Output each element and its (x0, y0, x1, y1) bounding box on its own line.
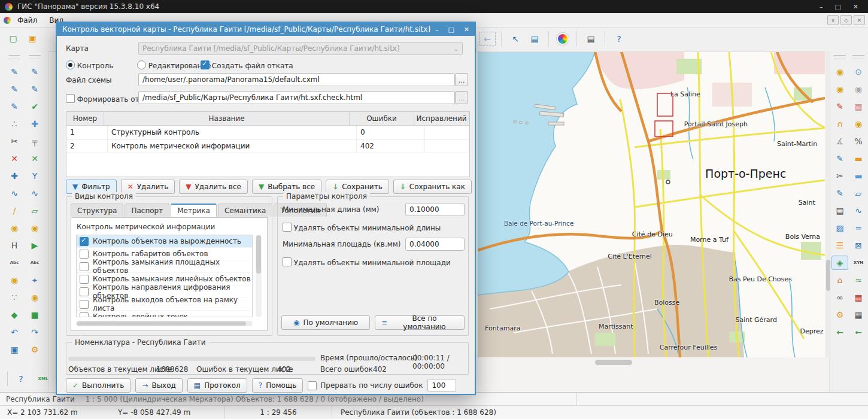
measure-perimeter-icon[interactable]: ▱ (850, 186, 867, 201)
control-kind-item[interactable]: Контроль замыкания площадных объектов (77, 260, 252, 273)
map-vertical-scrollbar[interactable] (825, 51, 831, 357)
open-map-icon[interactable]: ▣ (24, 31, 41, 45)
checkbox-unchecked-icon[interactable] (80, 262, 89, 271)
overlay-squares-icon[interactable]: ▦ (850, 99, 867, 114)
table-row[interactable]: 1Структурный контроль0 (66, 126, 469, 139)
list-vertical-scrollbar[interactable] (256, 235, 262, 317)
layers-colored-icon[interactable]: ☰ (831, 238, 848, 253)
abort-by-errors-checkbox[interactable]: Прервать по числу ошибок (308, 381, 423, 390)
print-map-icon[interactable]: ▤ (582, 32, 599, 46)
binoculars-icon[interactable]: ∞ (831, 290, 848, 305)
checkbox-unchecked-icon[interactable] (308, 381, 317, 390)
map-horizontal-scrollbar[interactable] (478, 359, 825, 366)
min-length-input[interactable] (405, 203, 465, 216)
toolbar-grip[interactable] (8, 55, 20, 59)
pencil-line-icon[interactable]: ✎ (26, 65, 43, 79)
green-tools-icon[interactable]: ◆ (6, 308, 23, 322)
confirm-edit-icon[interactable]: ✔ (26, 99, 43, 114)
default-button[interactable]: ◉ По умолчанию (281, 315, 370, 330)
cut-object-icon[interactable]: ✂ (6, 134, 23, 148)
tab-структура[interactable]: Структура (71, 204, 123, 217)
checkbox-unchecked-icon[interactable] (283, 257, 292, 266)
mode-control-radio[interactable]: Контроль (66, 60, 113, 70)
map-layers-icon[interactable]: ◈ (831, 256, 848, 270)
min-area-input[interactable] (405, 238, 465, 251)
help-doc-icon[interactable]: ? (13, 372, 29, 386)
mdi-restore-button[interactable]: ◇ (840, 15, 852, 25)
delete-min-length-checkbox[interactable]: Удалять объекты минимальной длины (283, 223, 441, 232)
draw-pencil-icon[interactable]: ✎ (6, 65, 23, 79)
checkbox-unchecked-icon[interactable] (80, 275, 89, 284)
doc-home-icon[interactable]: ⌂ (831, 273, 848, 287)
calculator-icon[interactable]: ▦ (850, 308, 867, 322)
edit-point-icon[interactable]: ∿ (26, 186, 43, 201)
percent-doc-icon[interactable]: % (850, 134, 867, 148)
list-horizontal-scrollbar[interactable] (76, 321, 253, 326)
flashlight-gray-icon[interactable]: ◉ (850, 82, 867, 96)
paint-map-icon[interactable]: ▨ (831, 221, 848, 235)
cross-rect-icon[interactable]: ⊠ (850, 238, 867, 253)
polygon-green-icon[interactable]: ▱ (26, 204, 43, 218)
flag-icon[interactable]: ▶ (26, 238, 43, 253)
move-object-icon[interactable]: ✚ (26, 117, 43, 131)
map-canvas[interactable]: La SalinePortail Saint JosephSaint-Marti… (478, 51, 825, 357)
smooth-lines-icon[interactable]: = (850, 221, 867, 235)
delete-all-button[interactable]: ▼Удалить все (179, 180, 248, 194)
rollback-checkbox[interactable]: Создать файл отката (201, 60, 293, 70)
whats-this-icon[interactable]: ? (611, 32, 627, 46)
dimension-icon[interactable]: ⌖ (26, 273, 43, 287)
abort-count-input[interactable] (427, 379, 456, 392)
radio-on-icon[interactable] (66, 60, 75, 69)
image-layers-icon[interactable]: ▣ (6, 342, 23, 357)
find-grid-icon[interactable]: ◉ (26, 221, 43, 235)
exit-button[interactable]: →Выход (135, 378, 183, 393)
checkbox-unchecked-icon[interactable] (80, 312, 89, 318)
checkbox-checked-icon[interactable] (80, 237, 89, 246)
exit-door-icon[interactable]: ← (831, 325, 848, 339)
hierarchy-icon[interactable]: ∵ (6, 290, 23, 305)
dialog-maximize-button[interactable]: □ (448, 26, 454, 34)
errors-edit-icon[interactable]: ✎ (831, 99, 848, 114)
undo-icon[interactable]: ↶ (6, 325, 23, 339)
color-wheel-icon[interactable] (554, 32, 571, 46)
flashlight-icon[interactable]: ◉ (850, 117, 867, 131)
checkbox-unchecked-icon[interactable] (283, 223, 292, 232)
gear-orange-icon[interactable]: ⚙ (26, 342, 43, 357)
nav-back-icon[interactable]: ← (479, 32, 496, 46)
dialog-close-button[interactable]: ✕ (464, 26, 469, 34)
globe-button-icon[interactable]: ⊙ (850, 65, 867, 79)
control-kind-item[interactable]: Контроль выходов объектов на рамку листа (77, 298, 252, 311)
xml-task-icon[interactable]: XML (35, 372, 51, 386)
toolbar-grip[interactable] (834, 55, 846, 59)
toolbar-grip[interactable] (852, 55, 864, 59)
search-errors-icon[interactable]: ◉ (831, 65, 848, 79)
report-file-input[interactable] (138, 91, 455, 104)
checkbox-unchecked-icon[interactable] (80, 300, 89, 309)
exit-door2-icon[interactable]: ← (850, 325, 867, 339)
checkbox-unchecked-icon[interactable] (80, 250, 89, 259)
settings-gear-icon[interactable]: ⚙ (831, 308, 848, 322)
control-kind-item[interactable]: Контроль объектов на вырожденность (77, 235, 252, 248)
edit-node-pencil-icon[interactable]: ✎ (6, 82, 23, 96)
compass-icon[interactable]: ∡ (831, 134, 848, 148)
find-text-icon[interactable]: ◉ (6, 221, 23, 235)
text-abc2-icon[interactable]: Abc (26, 256, 43, 270)
erase-part-icon[interactable]: ✕ (26, 151, 43, 166)
save-as-button[interactable]: ⇓Сохранить как (393, 180, 472, 194)
dialog-minimize-button[interactable]: – (435, 26, 439, 34)
group-objects-icon[interactable]: ∴ (6, 117, 23, 131)
text-h-icon[interactable]: H (6, 238, 23, 253)
clipboard-semantics-icon[interactable]: ▤ (526, 32, 543, 46)
tab-метрика[interactable]: Метрика (171, 204, 217, 217)
map-combobox[interactable]: Республика Гаити [/media/sf_Public/Карты… (138, 42, 463, 55)
dialog-titlebar[interactable]: Контроль векторной карты - Республика Га… (57, 23, 475, 36)
minimize-button[interactable]: – (820, 3, 823, 11)
toolbar-grip[interactable] (29, 55, 41, 59)
redo-icon[interactable]: ↷ (26, 325, 43, 339)
checkbox-unchecked-icon[interactable] (66, 94, 75, 103)
query-edit-icon[interactable]: ✎ (6, 99, 23, 114)
tab-семантика[interactable]: Семантика (218, 204, 272, 217)
pencil-curve-icon[interactable]: ✎ (26, 82, 43, 96)
split-line-icon[interactable]: ╤ (26, 134, 43, 148)
mode-edit-radio[interactable]: Редактирование (137, 60, 211, 70)
